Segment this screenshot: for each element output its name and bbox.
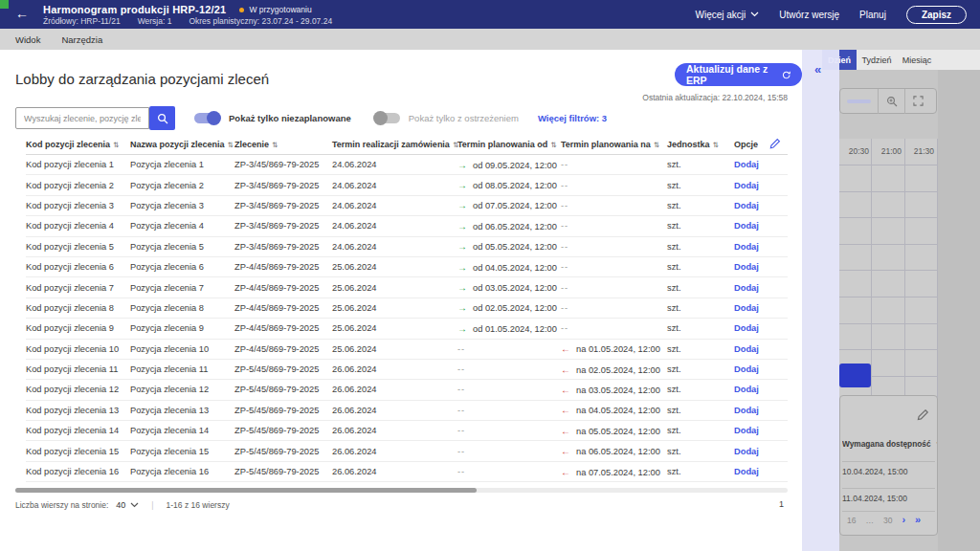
sort-icon[interactable]: ⇅ xyxy=(272,141,278,149)
table-row[interactable]: Kod pozycji zlecenia 10 Pozycja zlecenia… xyxy=(26,340,788,360)
rows-per-page-dropdown[interactable] xyxy=(130,502,139,508)
fullscreen-icon[interactable] xyxy=(913,96,924,106)
availability-row[interactable]: 10.04.2024, 15:00 xyxy=(842,467,908,476)
last-update-label: Ostatnia aktualizacja: 22.10.2024, 15:58 xyxy=(642,93,788,102)
add-link[interactable]: Dodaj xyxy=(734,385,788,394)
add-link[interactable]: Dodaj xyxy=(734,364,788,374)
add-link[interactable]: Dodaj xyxy=(734,303,788,313)
column-header[interactable]: Termin planowania na⇅ xyxy=(561,140,667,149)
add-link[interactable]: Dodaj xyxy=(734,201,788,210)
add-link[interactable]: Dodaj xyxy=(734,242,788,252)
add-link[interactable]: Dodaj xyxy=(734,262,788,272)
add-link[interactable]: Dodaj xyxy=(734,467,788,476)
app-title: Harmonogram produkcji HRP-12/21 xyxy=(43,4,226,15)
availability-row[interactable]: 11.04.2024, 15:00 xyxy=(842,494,907,503)
rows-per-page-value[interactable]: 40 xyxy=(116,500,125,510)
page-number[interactable]: 16 xyxy=(847,516,856,525)
search-input[interactable] xyxy=(15,107,149,129)
table-row[interactable]: Kod pozycji zlecenia 8 Pozycja zlecenia … xyxy=(26,298,788,319)
availability-panel: Wymagana dostępność ⇅ › » 16…30 10.04.20… xyxy=(839,395,938,536)
column-header[interactable]: Nazwa pozycji zlecenia⇅ xyxy=(130,140,234,149)
current-page-number[interactable]: 1 xyxy=(779,499,784,509)
add-link[interactable]: Dodaj xyxy=(734,160,788,169)
sort-icon[interactable]: ⇅ xyxy=(654,141,659,149)
more-filters-link[interactable]: Więcej filtrów: 3 xyxy=(538,113,607,123)
table-row[interactable]: Kod pozycji zlecenia 7 Pozycja zlecenia … xyxy=(26,277,788,298)
sort-icon[interactable]: ⇅ xyxy=(936,440,937,449)
last-page-button[interactable]: » xyxy=(915,515,921,525)
more-actions-button[interactable]: Więcej akcji xyxy=(695,10,759,20)
cell-item-code: Kod pozycji zlecenia 14 xyxy=(26,426,130,435)
create-version-button[interactable]: Utwórz wersję xyxy=(779,10,839,20)
column-header[interactable]: Termin realizacji zamówienia⇅ xyxy=(332,140,457,149)
add-link[interactable]: Dodaj xyxy=(734,406,788,415)
table-row[interactable]: Kod pozycji zlecenia 9 Pozycja zlecenia … xyxy=(26,319,788,339)
table-row[interactable]: Kod pozycji zlecenia 3 Pozycja zlecenia … xyxy=(26,196,788,216)
sort-icon[interactable]: ⇅ xyxy=(713,141,719,149)
add-link[interactable]: Dodaj xyxy=(734,426,788,435)
edit-columns-pencil-icon[interactable] xyxy=(769,137,781,154)
table-row[interactable]: Kod pozycji zlecenia 11 Pozycja zlecenia… xyxy=(26,360,788,380)
cell-planned-to: -- xyxy=(561,262,667,272)
column-header[interactable]: Kod pozycji zlecenia⇅ xyxy=(26,140,130,149)
cell-due-date: 26.06.2024 xyxy=(332,364,457,374)
table-row[interactable]: Kod pozycji zlecenia 12 Pozycja zlecenia… xyxy=(26,380,788,400)
edit-pencil-icon[interactable] xyxy=(917,408,929,426)
collapse-panel-icon[interactable]: « xyxy=(814,62,821,77)
cell-item-code: Kod pozycji zlecenia 9 xyxy=(26,323,130,333)
cell-item-name: Pozycja zlecenia 10 xyxy=(130,344,234,354)
cell-order: ZP-5/45/869-79-2025 xyxy=(234,385,332,394)
table-row[interactable]: Kod pozycji zlecenia 5 Pozycja zlecenia … xyxy=(26,237,788,257)
show-unplanned-toggle[interactable] xyxy=(194,113,220,123)
cell-planned-to: -- xyxy=(561,283,667,293)
page-number[interactable]: … xyxy=(865,516,874,525)
column-header[interactable]: Zlecenie⇅ xyxy=(234,140,332,149)
add-link[interactable]: Dodaj xyxy=(734,323,788,333)
next-page-button[interactable]: › xyxy=(902,515,905,525)
horizontal-scrollbar[interactable] xyxy=(15,488,788,493)
plan-button[interactable]: Planuj xyxy=(859,10,886,20)
table-row[interactable]: Kod pozycji zlecenia 6 Pozycja zlecenia … xyxy=(26,257,788,277)
add-link[interactable]: Dodaj xyxy=(734,344,788,354)
menu-item[interactable]: Widok xyxy=(15,34,40,45)
zoom-in-icon[interactable] xyxy=(886,96,898,107)
cell-planned-to: ←na 03.05.2024, 12:00 xyxy=(561,385,667,395)
search-button[interactable] xyxy=(149,106,175,130)
scrollbar-thumb[interactable] xyxy=(15,488,477,493)
table-row[interactable]: Kod pozycji zlecenia 16 Pozycja zlecenia… xyxy=(26,462,788,482)
scheduled-task-block[interactable] xyxy=(839,364,871,387)
update-from-erp-button[interactable]: Aktualizuj dane z ERP xyxy=(675,63,802,86)
zoom-slider[interactable] xyxy=(847,99,871,103)
cell-planned-from: -- xyxy=(457,385,561,394)
schedule-grid: 20:3021:0021:30 xyxy=(839,139,938,408)
column-header[interactable]: Jednostka⇅ xyxy=(667,140,734,149)
show-warnings-toggle[interactable] xyxy=(374,113,400,123)
table-row[interactable]: Kod pozycji zlecenia 13 Pozycja zlecenia… xyxy=(26,401,788,421)
table-row[interactable]: Kod pozycji zlecenia 1 Pozycja zlecenia … xyxy=(26,155,788,175)
status-dot-icon xyxy=(239,8,244,12)
back-arrow-icon[interactable]: ← xyxy=(15,6,29,21)
rows-range-label: 1-16 z 16 wierszy xyxy=(167,500,230,510)
add-link[interactable]: Dodaj xyxy=(734,447,788,456)
cell-planned-to: ←na 04.05.2024, 12:00 xyxy=(561,405,667,415)
menu-item[interactable]: Narzędzia xyxy=(61,34,102,45)
save-button[interactable]: Zapisz xyxy=(906,6,967,24)
availability-column-header[interactable]: Wymagana dostępność ⇅ xyxy=(842,439,937,449)
sort-icon[interactable]: ⇅ xyxy=(550,141,556,149)
sort-icon[interactable]: ⇅ xyxy=(113,141,119,149)
add-link[interactable]: Dodaj xyxy=(734,181,788,190)
table-row[interactable]: Kod pozycji zlecenia 15 Pozycja zlecenia… xyxy=(26,441,788,461)
tab-tydzień[interactable]: Tydzień xyxy=(857,50,897,70)
page-number[interactable]: 30 xyxy=(883,516,892,525)
cell-item-code: Kod pozycji zlecenia 10 xyxy=(26,344,130,354)
column-header[interactable]: Termin planowania od⇅ xyxy=(457,140,561,149)
add-link[interactable]: Dodaj xyxy=(734,221,788,231)
tab-miesiąc[interactable]: Miesiąc xyxy=(897,50,937,70)
table-row[interactable]: Kod pozycji zlecenia 4 Pozycja zlecenia … xyxy=(26,216,788,236)
add-link[interactable]: Dodaj xyxy=(734,283,788,293)
cell-planned-from: →od 02.05.2024, 12:00 xyxy=(457,302,561,313)
table-row[interactable]: Kod pozycji zlecenia 14 Pozycja zlecenia… xyxy=(26,421,788,441)
table-row[interactable]: Kod pozycji zlecenia 2 Pozycja zlecenia … xyxy=(26,175,788,195)
sort-icon[interactable]: ⇅ xyxy=(228,141,234,149)
order-items-lobby-panel: Lobby do zarządzania pozycjami zleceń Ak… xyxy=(0,50,802,551)
